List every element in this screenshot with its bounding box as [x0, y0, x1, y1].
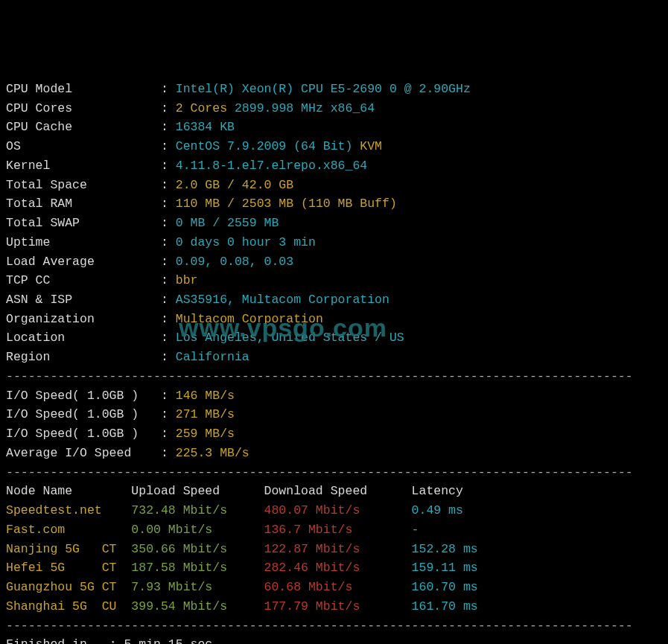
- sysinfo-value: 2.0 GB / 42.0 GB: [176, 178, 293, 192]
- speed-download: 122.87 Mbit/s: [264, 542, 412, 556]
- sysinfo-label: Total Space: [6, 178, 161, 192]
- sysinfo-value: California: [176, 350, 249, 364]
- speed-download: 136.7 Mbit/s: [264, 523, 412, 537]
- sysinfo-value: 0 days 0 hour 3 min: [176, 235, 316, 249]
- sysinfo-value: KVM: [360, 139, 382, 153]
- sysinfo-label: Total SWAP: [6, 216, 161, 230]
- speed-latency: 0.49 ms: [412, 503, 463, 517]
- speed-node: Fast.com: [6, 523, 131, 537]
- speed-upload: 187.58 Mbit/s: [131, 561, 264, 575]
- speed-node: Guangzhou 5G CT: [6, 580, 131, 594]
- speed-col-latency: Latency: [412, 484, 463, 498]
- footer-label: Finished in: [6, 637, 109, 644]
- speed-col-download: Download Speed: [264, 484, 412, 498]
- sysinfo-label: Load Average: [6, 255, 161, 269]
- sysinfo-label: Region: [6, 350, 161, 364]
- sysinfo-value: 0.09, 0.08, 0.03: [176, 255, 293, 269]
- io-value: 271 MB/s: [176, 407, 235, 421]
- speed-node: Shanghai 5G CU: [6, 599, 131, 613]
- sysinfo-label: Organization: [6, 312, 161, 326]
- speed-col-upload: Upload Speed: [131, 484, 264, 498]
- sysinfo-value: Multacom Corporation: [176, 312, 323, 326]
- speed-download: 60.68 Mbit/s: [264, 580, 412, 594]
- sysinfo-label: Uptime: [6, 235, 161, 249]
- speed-node: Speedtest.net: [6, 503, 131, 517]
- sysinfo-value: AS35916, Multacom Corporation: [176, 293, 389, 307]
- divider-line: ----------------------------------------…: [6, 465, 633, 479]
- speed-latency: 152.28 ms: [412, 542, 478, 556]
- sysinfo-value: 0 MB / 2559 MB: [176, 216, 279, 230]
- sysinfo-label: CPU Cores: [6, 101, 161, 115]
- speed-upload: 350.66 Mbit/s: [131, 542, 264, 556]
- sysinfo-label: Kernel: [6, 159, 161, 173]
- sysinfo-label: TCP CC: [6, 273, 161, 287]
- speed-node: Hefei 5G CT: [6, 561, 131, 575]
- terminal-output: CPU Model : Intel(R) Xeon(R) CPU E5-2690…: [6, 80, 662, 644]
- io-label: I/O Speed( 1.0GB ): [6, 407, 161, 421]
- io-label: Average I/O Speed: [6, 446, 161, 460]
- divider-line: ----------------------------------------…: [6, 369, 633, 383]
- speed-upload: 399.54 Mbit/s: [131, 599, 264, 613]
- sysinfo-value: 16384 KB: [176, 120, 235, 134]
- speed-latency: -: [412, 523, 419, 537]
- speed-upload: 7.93 Mbit/s: [131, 580, 264, 594]
- speed-col-node: Node Name: [6, 484, 131, 498]
- sysinfo-value: 4.11.8-1.el7.elrepo.x86_64: [176, 159, 367, 173]
- io-label: I/O Speed( 1.0GB ): [6, 427, 161, 441]
- sysinfo-label: CPU Cache: [6, 120, 161, 134]
- sysinfo-value: 2899.998 MHz x86_64: [235, 101, 375, 115]
- io-value: 146 MB/s: [176, 389, 235, 403]
- speed-download: 177.79 Mbit/s: [264, 599, 412, 613]
- speed-node: Nanjing 5G CT: [6, 542, 131, 556]
- speed-upload: 732.48 Mbit/s: [131, 503, 264, 517]
- speed-latency: 159.11 ms: [412, 561, 478, 575]
- sysinfo-value: CentOS 7.9.2009 (64 Bit): [176, 139, 353, 153]
- io-label: I/O Speed( 1.0GB ): [6, 389, 161, 403]
- speed-upload: 0.00 Mbit/s: [131, 523, 264, 537]
- speed-download: 480.07 Mbit/s: [264, 503, 412, 517]
- io-value: 259 MB/s: [176, 427, 235, 441]
- sysinfo-label: CPU Model: [6, 82, 161, 96]
- sysinfo-value: bbr: [176, 273, 198, 287]
- sysinfo-value: Intel(R) Xeon(R) CPU E5-2690 0 @ 2.90GHz: [176, 82, 471, 96]
- sysinfo-label: Location: [6, 331, 161, 345]
- divider-line: ----------------------------------------…: [6, 619, 633, 633]
- sysinfo-label: OS: [6, 139, 161, 153]
- footer-value: 5 min 15 sec: [124, 637, 212, 644]
- speed-download: 282.46 Mbit/s: [264, 561, 412, 575]
- sysinfo-value: 2 Cores: [176, 101, 227, 115]
- io-value: 225.3 MB/s: [176, 446, 249, 460]
- sysinfo-value: 110 MB / 2503 MB (110 MB Buff): [176, 197, 397, 211]
- speed-latency: 160.70 ms: [412, 580, 478, 594]
- sysinfo-label: Total RAM: [6, 197, 161, 211]
- sysinfo-value: Los Angeles, United States / US: [176, 331, 404, 345]
- sysinfo-label: ASN & ISP: [6, 293, 161, 307]
- speed-latency: 161.70 ms: [412, 599, 478, 613]
